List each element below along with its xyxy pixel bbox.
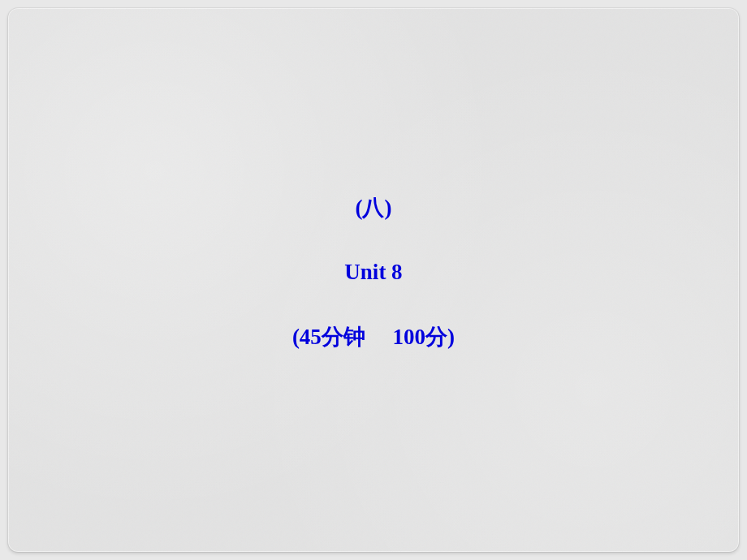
slide-time-score: (45分钟 100分): [292, 322, 455, 351]
slide-heading-number: (八): [356, 193, 392, 222]
slide-unit-title: Unit 8: [344, 260, 402, 285]
slide-content: (八) Unit 8 (45分钟 100分): [8, 8, 739, 552]
slide-frame: (八) Unit 8 (45分钟 100分): [8, 8, 739, 552]
